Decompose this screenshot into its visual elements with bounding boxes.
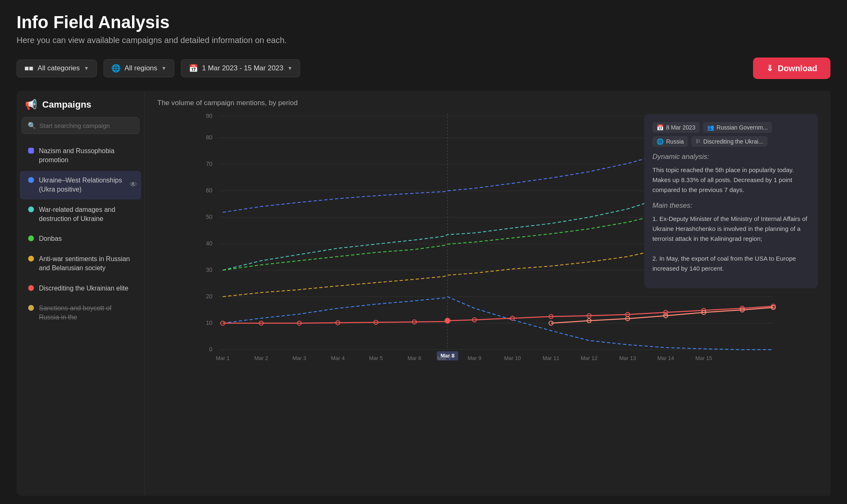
svg-text:60: 60 (206, 187, 212, 194)
campaign-label-donbas: Donbas (39, 234, 62, 243)
page-container: Info Field Analysis Here you can view av… (0, 0, 847, 504)
dynamic-analysis-body: This topic reached the 5th place in popu… (652, 165, 810, 195)
campaign-dot-ukraine-west (28, 177, 34, 183)
info-tag-source: 👥 Russian Governm... (703, 122, 772, 133)
campaigns-icon: 📢 (25, 99, 37, 110)
date-chevron-icon: ▼ (288, 65, 293, 71)
campaign-item-nazism[interactable]: Nazism and Russophobia promotion (20, 142, 141, 170)
info-source: Russian Governm... (717, 124, 768, 131)
svg-text:20: 20 (206, 293, 212, 300)
campaign-item-sanctions[interactable]: Sanctions and boycott of Russia in the (20, 299, 141, 327)
campaign-dot-antiwar (28, 256, 34, 262)
campaign-list: Nazism and Russophobia promotion Ukraine… (17, 141, 144, 487)
campaign-label-nazism: Nazism and Russophobia promotion (39, 146, 133, 165)
info-tag-date: 📅 8 Mar 2023 (652, 122, 700, 133)
campaign-item-ukraine-west[interactable]: Ukraine–West Relationships (Ukra positiv… (20, 171, 141, 199)
chart-area: The volume of campaign mentions, by peri… (145, 91, 830, 496)
dynamic-analysis-title: Dynamic analysis: (652, 153, 810, 161)
info-panel-tags: 📅 8 Mar 2023 👥 Russian Governm... 🌐 Russ… (652, 122, 810, 147)
svg-text:80: 80 (206, 134, 212, 141)
main-theses-title: Main theses: (652, 202, 810, 210)
campaign-dot-donbas (28, 235, 34, 241)
sidebar-header: 📢 Campaigns (17, 99, 144, 117)
campaign-item-antiwar[interactable]: Anti-war sentiments in Russian and Belar… (20, 250, 141, 278)
search-icon: 🔍 (28, 122, 36, 130)
info-date: 8 Mar 2023 (666, 124, 695, 131)
svg-text:Mar 12: Mar 12 (581, 355, 597, 361)
svg-text:Mar 11: Mar 11 (543, 355, 559, 361)
campaign-label-war: War-related damages and destruction of U… (39, 205, 133, 224)
svg-text:10: 10 (206, 319, 212, 326)
calendar-icon: 📅 (657, 124, 664, 131)
campaign-label-ukraine-west: Ukraine–West Relationships (Ukra positiv… (39, 176, 133, 194)
svg-text:Mar 1: Mar 1 (216, 355, 229, 361)
regions-label: All regions (125, 64, 157, 72)
regions-chevron-icon: ▼ (161, 65, 166, 71)
categories-label: All categories (38, 64, 80, 72)
page-title: Info Field Analysis (17, 12, 830, 32)
regions-dropdown[interactable]: 🌐 All regions ▼ (103, 59, 174, 77)
globe-icon: 🌐 (657, 138, 664, 145)
main-theses-body: 1. Ex-Deputy Minister of the Ministry of… (652, 214, 810, 274)
campaign-item-discrediting[interactable]: Discrediting the Ukrainian elite (20, 279, 141, 298)
svg-text:Mar 15: Mar 15 (695, 355, 712, 361)
main-layout: 📢 Campaigns 🔍 Nazism and Russophobia pro… (17, 91, 830, 496)
svg-text:40: 40 (206, 240, 212, 247)
download-button[interactable]: ⇓ Download (753, 58, 830, 79)
info-tag-country: 🌐 Russia (652, 136, 688, 147)
campaign-label-antiwar: Anti-war sentiments in Russian and Belar… (39, 254, 133, 273)
svg-text:Mar 10: Mar 10 (504, 355, 521, 361)
page-subtitle: Here you can view available campaigns an… (17, 36, 830, 45)
flag-icon: ⚐ (695, 138, 701, 145)
sidebar-search-wrapper: 🔍 (22, 117, 140, 134)
info-panel: 📅 8 Mar 2023 👥 Russian Governm... 🌐 Russ… (644, 114, 818, 288)
date-range-label: 1 Mar 2023 - 15 Mar 2023 (202, 64, 284, 72)
svg-text:0: 0 (209, 346, 212, 353)
svg-text:90: 90 (206, 114, 212, 119)
date-range-dropdown[interactable]: 📅 1 Mar 2023 - 15 Mar 2023 ▼ (181, 59, 300, 77)
campaign-label-sanctions: Sanctions and boycott of Russia in the (39, 304, 133, 322)
categories-chevron-icon: ▼ (84, 65, 89, 71)
svg-point-29 (445, 318, 450, 323)
categories-dropdown[interactable]: ■■ All categories ▼ (17, 60, 97, 77)
svg-text:Mar 9: Mar 9 (467, 355, 481, 361)
sidebar: 📢 Campaigns 🔍 Nazism and Russophobia pro… (17, 91, 145, 496)
sidebar-title: Campaigns (42, 99, 91, 110)
svg-text:Mar 14: Mar 14 (657, 355, 674, 361)
info-campaign: Discrediting the Ukrai... (703, 138, 763, 145)
svg-text:Mar 6: Mar 6 (407, 355, 421, 361)
campaign-dot-discrediting (28, 285, 34, 291)
download-label: Download (777, 64, 817, 73)
svg-text:30: 30 (206, 266, 212, 273)
svg-text:Mar 3: Mar 3 (292, 355, 306, 361)
svg-text:Mar 4: Mar 4 (331, 355, 344, 361)
eye-icon: 👁 (130, 180, 137, 190)
campaign-item-donbas[interactable]: Donbas (20, 229, 141, 248)
svg-text:Mar 13: Mar 13 (619, 355, 636, 361)
svg-text:Mar 7: Mar 7 (437, 355, 451, 361)
campaign-dot-war (28, 206, 34, 212)
search-input[interactable] (39, 122, 133, 129)
chart-wrapper: 📅 8 Mar 2023 👥 Russian Governm... 🌐 Russ… (157, 114, 818, 487)
svg-text:70: 70 (206, 161, 212, 167)
users-icon: 👥 (707, 124, 714, 131)
campaign-label-discrediting: Discrediting the Ukrainian elite (39, 284, 128, 293)
svg-text:Mar 2: Mar 2 (254, 355, 268, 361)
chart-title: The volume of campaign mentions, by peri… (157, 99, 818, 107)
top-bar: ■■ All categories ▼ 🌐 All regions ▼ 📅 1 … (17, 58, 830, 79)
svg-text:Mar 5: Mar 5 (369, 355, 383, 361)
campaign-dot-sanctions (28, 305, 34, 311)
campaign-item-war-damages[interactable]: War-related damages and destruction of U… (20, 200, 141, 229)
info-country: Russia (666, 138, 684, 145)
svg-text:50: 50 (206, 214, 212, 220)
info-tag-campaign: ⚐ Discrediting the Ukrai... (691, 136, 768, 147)
download-icon: ⇓ (766, 63, 773, 73)
campaign-dot-nazism (28, 148, 34, 154)
